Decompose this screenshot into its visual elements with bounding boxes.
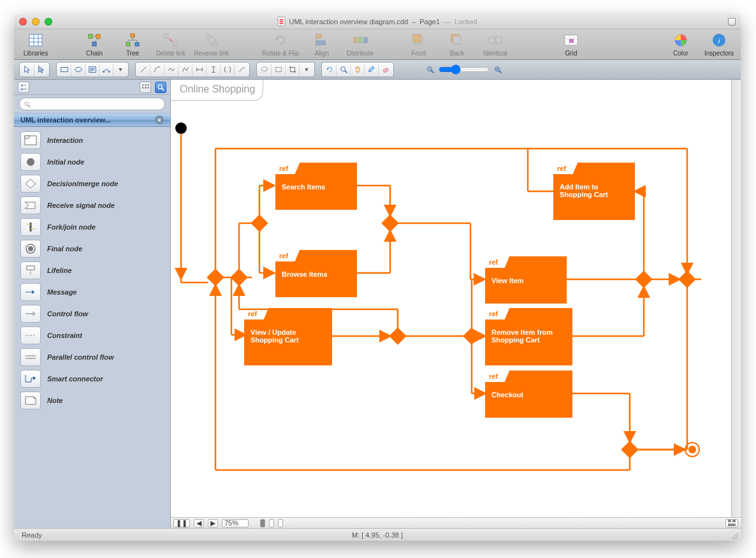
connector-dropdown[interactable] <box>113 63 127 76</box>
align-button[interactable]: Align <box>307 32 337 57</box>
close-library-icon[interactable]: × <box>155 115 164 124</box>
view-mode-3[interactable] <box>278 519 283 527</box>
layout-mode-icon[interactable] <box>725 519 738 527</box>
zoom-slider[interactable] <box>439 64 490 75</box>
pause-icon[interactable]: ❚❚ <box>173 519 190 527</box>
minimize-window-button[interactable] <box>32 18 40 26</box>
tree-button[interactable]: Tree <box>117 32 148 57</box>
library-search-input[interactable] <box>33 100 161 108</box>
eraser-tool[interactable] <box>379 63 393 76</box>
svg-rect-6 <box>96 34 100 38</box>
libraries-button[interactable]: Libraries <box>20 32 51 57</box>
line-tool[interactable] <box>136 63 150 76</box>
stencil-interaction[interactable]: Interaction <box>14 129 170 151</box>
svg-line-20 <box>170 39 172 41</box>
stencil-control-flow[interactable]: Control flow <box>14 303 170 325</box>
hand-tool[interactable] <box>351 63 365 76</box>
search-view-icon[interactable] <box>155 82 166 93</box>
svg-rect-17 <box>164 34 168 38</box>
stencil-smart-connector[interactable]: Smart connector <box>14 368 170 390</box>
pointer-alt-tool[interactable] <box>34 63 48 76</box>
tree-view-icon[interactable] <box>18 82 29 93</box>
stencil-fork-join[interactable]: Fork/join node <box>14 216 170 238</box>
ref-browse-items[interactable]: ref Browse Items <box>275 250 357 297</box>
zoom-tool[interactable] <box>337 63 351 76</box>
text-tool[interactable] <box>85 63 99 76</box>
identical-button[interactable]: Identical <box>480 32 511 57</box>
status-bar: Ready M: [ 4.95, -0.38 ] <box>14 528 741 541</box>
front-button[interactable]: Front <box>403 32 434 57</box>
svg-rect-46 <box>61 68 68 72</box>
stencil-constraint[interactable]: Constraint <box>14 325 170 346</box>
stencil-message[interactable]: Message <box>14 281 170 303</box>
callout-tool[interactable] <box>235 63 249 76</box>
color-button[interactable]: Color <box>665 32 696 57</box>
ref-view-update-cart[interactable]: ref View / Update Shopping Cart <box>244 308 332 365</box>
ref-view-item[interactable]: ref View Item <box>485 256 567 304</box>
ref-remove-item[interactable]: ref Remove Item from Shopping Cart <box>485 308 572 365</box>
stencil-receive-signal[interactable]: Receive signal node <box>14 195 170 216</box>
library-header[interactable]: UML interaction overview... × <box>14 113 170 127</box>
reverse-link-button[interactable]: Reverse link <box>194 32 229 57</box>
stencil-parallel-control-flow[interactable]: Parallel control flow <box>14 346 170 368</box>
bracket-tool[interactable] <box>221 63 235 76</box>
rect-tool[interactable] <box>57 63 71 76</box>
ref-checkout[interactable]: ref Checkout <box>485 371 572 418</box>
view-mode-2[interactable] <box>269 519 274 527</box>
grid-button[interactable]: Grid <box>556 32 586 57</box>
svg-line-69 <box>344 71 347 73</box>
zoom-out-icon[interactable] <box>426 65 435 74</box>
dimension-h-tool[interactable] <box>193 63 207 76</box>
view-mode-1[interactable] <box>260 519 265 527</box>
spline-tool[interactable] <box>164 63 178 76</box>
zoom-in-icon[interactable] <box>493 65 502 74</box>
stencil-note[interactable]: Note <box>14 390 170 411</box>
delete-link-button[interactable]: Delete link <box>156 32 186 57</box>
connector-tool[interactable] <box>99 63 113 76</box>
canvas[interactable]: Online Shopping ref Search Items ref Bro… <box>171 80 741 517</box>
lasso-tool[interactable] <box>258 63 272 76</box>
initial-node[interactable] <box>175 122 187 134</box>
svg-marker-67 <box>326 68 328 70</box>
prev-page-icon[interactable]: ◀ <box>194 519 204 527</box>
dimension-v-tool[interactable] <box>207 63 221 76</box>
close-window-button[interactable] <box>19 18 27 26</box>
svg-rect-79 <box>21 88 23 90</box>
stencil-initial-node[interactable]: Initial node <box>14 151 170 173</box>
grid-view-icon[interactable] <box>140 82 151 93</box>
rotate-flip-button[interactable]: Rotate & Flip <box>262 32 299 57</box>
crop-dropdown[interactable] <box>300 63 314 76</box>
ref-add-item[interactable]: ref Add Item to Shopping Cart <box>553 163 635 220</box>
distribute-button[interactable]: Distribute <box>345 32 375 57</box>
eyedropper-tool[interactable] <box>365 63 379 76</box>
fullscreen-icon[interactable] <box>728 18 736 26</box>
marquee-tool[interactable] <box>272 63 286 76</box>
stencil-lifeline[interactable]: Lifeline <box>14 260 170 281</box>
ref-search-items[interactable]: ref Search Items <box>275 163 357 210</box>
final-node[interactable] <box>685 442 700 457</box>
back-button[interactable]: Back <box>442 32 472 57</box>
refresh-tool[interactable] <box>323 63 337 76</box>
zoom-value[interactable]: 75% <box>222 519 249 527</box>
svg-point-64 <box>261 67 267 71</box>
shape-tools-group <box>56 62 129 77</box>
polyline-tool[interactable] <box>178 63 193 76</box>
sidebar-search <box>14 95 170 113</box>
svg-marker-115 <box>252 216 267 231</box>
select-tools-group <box>19 62 50 77</box>
resize-grip-icon[interactable] <box>731 531 738 539</box>
stencil-final-node[interactable]: Final node <box>14 238 170 260</box>
pointer-tool[interactable] <box>20 63 34 76</box>
zoom-window-button[interactable] <box>45 18 52 26</box>
svg-rect-12 <box>135 43 139 46</box>
vertical-scrollbar[interactable] <box>731 80 741 517</box>
crop-tool[interactable] <box>286 63 300 76</box>
chain-button[interactable]: Chain <box>79 32 110 57</box>
svg-marker-110 <box>25 397 36 404</box>
next-page-icon[interactable]: ▶ <box>208 519 218 527</box>
stencil-decision-merge[interactable]: Decision/merge node <box>14 173 170 195</box>
inspectors-button[interactable]: i Inspectors <box>704 32 734 57</box>
svg-rect-101 <box>27 266 34 270</box>
arc-tool[interactable] <box>150 63 164 76</box>
ellipse-tool[interactable] <box>71 63 85 76</box>
